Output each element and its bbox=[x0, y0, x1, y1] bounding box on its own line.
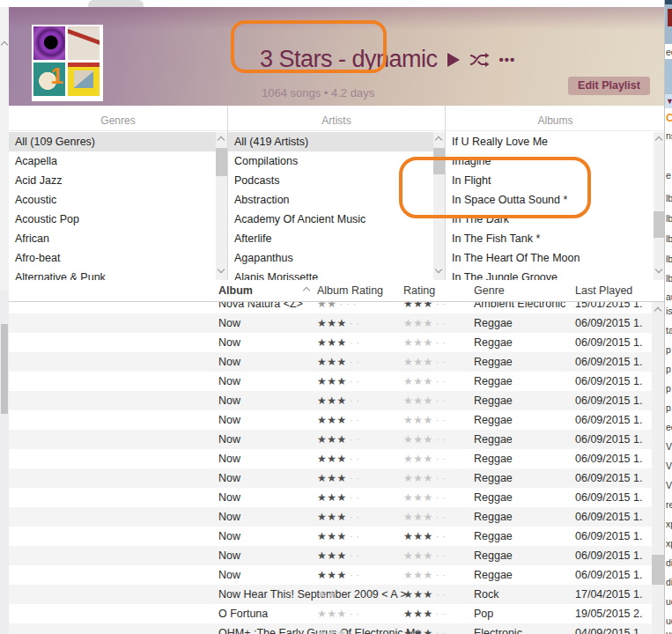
star-rating[interactable]: ★★★·· bbox=[403, 430, 449, 449]
table-scrollbar[interactable] bbox=[652, 301, 664, 634]
list-item[interactable]: Afro-beat bbox=[9, 248, 227, 268]
column-header-last-played[interactable]: Last Played bbox=[575, 280, 632, 301]
list-item[interactable]: All (419 Artists) bbox=[228, 132, 445, 151]
list-item[interactable]: In The Fish Tank * bbox=[446, 229, 665, 248]
list-item[interactable]: In The Dark bbox=[446, 210, 665, 229]
window-tab[interactable] bbox=[88, 0, 144, 7]
table-row[interactable]: Now★★★··★★★··Reggae06/09/2015 1. bbox=[9, 546, 652, 565]
star-rating[interactable]: ★★★·· bbox=[403, 372, 449, 391]
genres-scrollbar-thumb[interactable] bbox=[216, 148, 227, 176]
column-header-album[interactable]: Album bbox=[218, 280, 253, 301]
scroll-down-icon[interactable] bbox=[655, 266, 662, 273]
star-rating[interactable]: ★★★·· bbox=[403, 449, 449, 468]
star-rating[interactable]: ★★★·· bbox=[317, 468, 363, 488]
table-row[interactable]: OHM+ :The Early Gurus Of Electronic Mu..… bbox=[9, 623, 652, 634]
scroll-up-icon[interactable] bbox=[655, 136, 662, 144]
list-item[interactable]: Acoustic Pop bbox=[9, 210, 227, 229]
scroll-down-icon[interactable] bbox=[435, 266, 442, 273]
star-rating[interactable]: ★★★·· bbox=[317, 488, 363, 507]
star-rating[interactable]: ★★★·· bbox=[403, 604, 449, 623]
scroll-up-icon[interactable] bbox=[654, 307, 661, 314]
table-row[interactable]: Now★★★··★★★··Reggae06/09/2015 1. bbox=[9, 391, 652, 410]
left-scrollbar-thumb[interactable] bbox=[1, 324, 8, 414]
edit-playlist-button[interactable]: Edit Playlist bbox=[568, 77, 650, 95]
table-row[interactable]: Now Hear This! September 2009 < A >★★···… bbox=[9, 585, 652, 604]
scroll-up-icon[interactable] bbox=[435, 136, 442, 144]
column-header-album-rating[interactable]: Album Rating bbox=[317, 280, 383, 301]
list-item[interactable]: If U Really Love Me bbox=[446, 132, 665, 151]
list-item[interactable]: Afterlife bbox=[228, 229, 445, 248]
table-row[interactable]: Now★★★··★★★··Reggae06/09/2015 1. bbox=[9, 372, 652, 391]
star-rating[interactable]: ★★★·· bbox=[403, 565, 449, 585]
artists-scrollbar-thumb[interactable] bbox=[433, 148, 445, 174]
table-row[interactable]: Now★★★··★★★··Reggae06/09/2015 1. bbox=[9, 410, 652, 430]
table-row[interactable]: Now★★★··★★★··Reggae06/09/2015 1. bbox=[9, 488, 652, 507]
star-rating[interactable]: ★★★·· bbox=[403, 313, 449, 333]
table-scrollbar-thumb[interactable] bbox=[652, 555, 664, 585]
table-row[interactable]: Now★★★··★★★··Reggae06/09/2015 1. bbox=[9, 333, 652, 352]
list-item[interactable]: Acid Jazz bbox=[9, 171, 227, 190]
play-icon[interactable] bbox=[447, 53, 460, 67]
star-rating[interactable]: ★★★·· bbox=[317, 313, 363, 333]
table-row[interactable]: Now★★★··★★★··Reggae06/09/2015 1. bbox=[9, 449, 652, 468]
artists-column-header[interactable]: Artists bbox=[228, 114, 445, 131]
column-header-genre[interactable]: Genre bbox=[474, 280, 505, 301]
table-row[interactable]: Now★★★··★★★··Reggae06/09/2015 1. bbox=[9, 313, 652, 333]
table-row[interactable]: Now★★★··★★★··Reggae06/09/2015 1. bbox=[9, 430, 652, 449]
star-rating[interactable]: ★★··· bbox=[317, 585, 360, 604]
star-rating[interactable]: ★★★·· bbox=[317, 449, 363, 468]
table-row[interactable]: Now★★★··★★★··Reggae06/09/2015 1. bbox=[9, 352, 652, 372]
star-rating[interactable]: ★★★·· bbox=[317, 507, 363, 527]
table-row[interactable]: Now★★★··★★★··Reggae06/09/2015 1. bbox=[9, 527, 652, 546]
table-row[interactable]: O Fortuna★★★··★★★··Pop19/05/2015 2. bbox=[9, 604, 652, 623]
table-row[interactable]: Now★★★··★★★··Reggae06/09/2015 1. bbox=[9, 565, 652, 585]
star-rating[interactable]: ★★★·· bbox=[317, 410, 363, 430]
star-rating[interactable]: ★★★·· bbox=[317, 604, 363, 623]
genres-scrollbar[interactable] bbox=[216, 132, 227, 280]
list-item[interactable]: Compilations bbox=[228, 151, 445, 171]
artists-scrollbar[interactable] bbox=[433, 132, 445, 280]
list-item[interactable]: African bbox=[9, 229, 227, 248]
table-row[interactable]: Now★★★··★★★··Reggae06/09/2015 1. bbox=[9, 507, 652, 527]
list-item[interactable]: Agapanthus bbox=[228, 248, 445, 268]
star-rating[interactable]: ★★★·· bbox=[403, 507, 449, 527]
star-rating[interactable]: ★★★·· bbox=[403, 623, 449, 634]
star-rating[interactable]: ★★★·· bbox=[403, 488, 449, 507]
star-rating[interactable]: ★★★·· bbox=[317, 527, 363, 546]
star-rating[interactable]: ★★★·· bbox=[317, 352, 363, 372]
list-item[interactable]: Academy Of Ancient Music bbox=[228, 210, 445, 229]
star-rating[interactable]: ★★★·· bbox=[317, 430, 363, 449]
star-rating[interactable]: ★★★·· bbox=[403, 352, 449, 372]
list-item[interactable]: In The Heart Of The Moon bbox=[446, 248, 665, 268]
list-item[interactable]: Acapella bbox=[9, 151, 227, 171]
more-options-icon[interactable]: ••• bbox=[499, 52, 516, 67]
star-rating[interactable]: ★★★·· bbox=[403, 527, 449, 546]
shuffle-icon[interactable] bbox=[469, 53, 490, 67]
list-item[interactable]: Acoustic bbox=[9, 190, 227, 210]
list-item[interactable]: In Flight bbox=[446, 171, 665, 190]
star-rating[interactable]: ★★★·· bbox=[403, 585, 449, 604]
list-item[interactable]: In Space Outta Sound * bbox=[446, 190, 665, 210]
albums-column-header[interactable]: Albums bbox=[446, 114, 665, 131]
list-item[interactable]: Imagine bbox=[446, 151, 665, 171]
list-item[interactable]: In The Jungle Groove bbox=[446, 268, 665, 280]
column-header-rating[interactable]: Rating bbox=[403, 280, 435, 301]
sort-ascending-icon[interactable] bbox=[303, 287, 310, 294]
star-rating[interactable]: ★★★·· bbox=[317, 391, 363, 410]
star-rating[interactable]: ★★★·· bbox=[403, 410, 449, 430]
list-item[interactable]: Alanis Morissette bbox=[228, 268, 445, 280]
star-rating[interactable]: ★★★·· bbox=[317, 546, 363, 565]
list-item[interactable]: Podcasts bbox=[228, 171, 445, 190]
genres-column-header[interactable]: Genres bbox=[9, 114, 227, 131]
star-rating[interactable]: ★★★·· bbox=[403, 468, 449, 488]
scroll-down-icon[interactable] bbox=[218, 266, 225, 273]
star-rating[interactable]: ★★★·· bbox=[317, 623, 363, 634]
star-rating[interactable]: ★★★·· bbox=[403, 546, 449, 565]
star-rating[interactable]: ★★★·· bbox=[317, 333, 363, 352]
star-rating[interactable]: ★★★·· bbox=[317, 372, 363, 391]
scroll-up-icon[interactable] bbox=[1, 41, 8, 48]
star-rating[interactable]: ★★★·· bbox=[403, 391, 449, 410]
star-rating[interactable]: ★★★·· bbox=[317, 565, 363, 585]
list-item[interactable]: Alternative & Punk bbox=[9, 268, 227, 280]
table-row[interactable]: Now★★★··★★★··Reggae06/09/2015 1. bbox=[9, 468, 652, 488]
